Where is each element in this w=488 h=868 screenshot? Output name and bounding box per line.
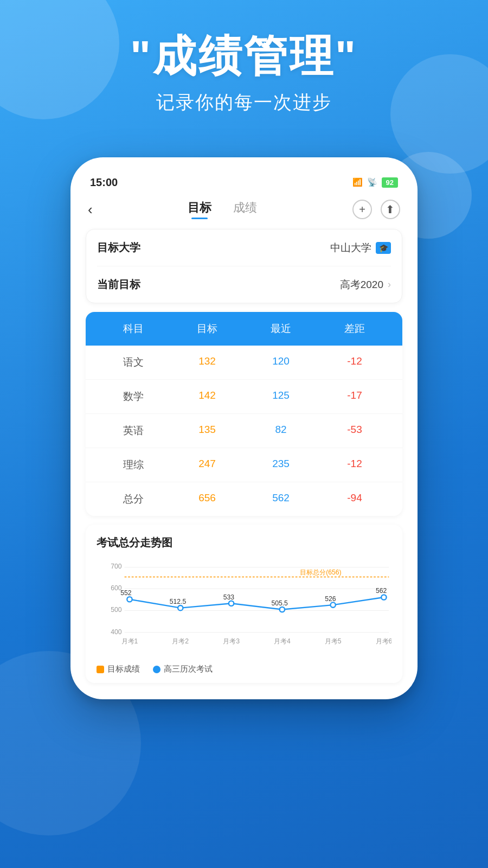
td-diff: -17 <box>318 390 391 404</box>
table-row: 英语 135 82 -53 <box>86 414 402 448</box>
svg-text:月考6: 月考6 <box>376 637 391 645</box>
phone-mockup: 15:00 📶 📡 92 ‹ 目标 成绩 + ⬆ 目标大 <box>70 157 418 699</box>
svg-text:512.5: 512.5 <box>170 598 187 605</box>
university-name: 中山大学 <box>330 241 371 255</box>
td-recent: 82 <box>244 424 318 438</box>
legend-history: 高三历次考试 <box>153 664 213 674</box>
th-diff: 差距 <box>318 322 391 336</box>
td-diff: -12 <box>318 458 391 472</box>
td-target: 247 <box>170 458 244 472</box>
score-table: 科目 目标 最近 差距 语文 132 120 -12 数学 142 125 -1… <box>86 312 402 516</box>
hero-section: "成绩管理" 记录你的每一次进步 <box>0 33 488 115</box>
tab-target[interactable]: 目标 <box>188 200 211 219</box>
svg-point-13 <box>280 607 285 612</box>
td-target: 132 <box>170 355 244 369</box>
td-diff: -94 <box>318 492 391 506</box>
td-subject: 总分 <box>97 492 170 506</box>
td-recent: 562 <box>244 492 318 506</box>
svg-text:552: 552 <box>120 589 132 597</box>
chart-svg: 700 600 500 400 目标总分(656) <box>97 557 391 654</box>
share-button[interactable]: ⬆ <box>381 200 400 219</box>
th-target: 目标 <box>170 322 244 336</box>
svg-text:400: 400 <box>111 628 122 636</box>
th-recent: 最近 <box>244 322 318 336</box>
td-diff: -12 <box>318 355 391 369</box>
chart-card: 考试总分走势图 700 600 500 400 <box>86 525 402 683</box>
table-row: 理综 247 235 -12 <box>86 448 402 482</box>
hero-title: "成绩管理" <box>0 33 488 80</box>
td-subject: 语文 <box>97 355 170 369</box>
hero-subtitle: 记录你的每一次进步 <box>0 90 488 115</box>
td-target: 656 <box>170 492 244 506</box>
svg-text:500: 500 <box>111 606 122 614</box>
td-subject: 英语 <box>97 424 170 438</box>
university-value: 中山大学 🎓 <box>330 241 391 255</box>
nav-bar: ‹ 目标 成绩 + ⬆ <box>70 194 418 225</box>
th-subject: 科目 <box>97 322 170 336</box>
svg-text:月考1: 月考1 <box>121 637 138 645</box>
svg-text:700: 700 <box>111 563 122 570</box>
svg-text:月考3: 月考3 <box>223 637 240 645</box>
phone-frame: 15:00 📶 📡 92 ‹ 目标 成绩 + ⬆ 目标大 <box>70 157 418 699</box>
chevron-right-icon: › <box>388 279 391 290</box>
legend-history-dot <box>153 666 160 673</box>
chart-legend: 目标成绩 高三历次考试 <box>97 660 391 674</box>
td-target: 135 <box>170 424 244 438</box>
info-card: 目标大学 中山大学 🎓 当前目标 高考2020 › <box>86 229 402 303</box>
legend-target-dot <box>97 666 104 673</box>
content-area: 目标大学 中山大学 🎓 当前目标 高考2020 › 科目 <box>70 229 418 683</box>
nav-actions: + ⬆ <box>352 200 400 219</box>
td-recent: 235 <box>244 458 318 472</box>
goal-text: 高考2020 <box>340 278 383 292</box>
chart-title: 考试总分走势图 <box>97 535 391 550</box>
status-icons: 📶 📡 92 <box>352 177 398 188</box>
table-header: 科目 目标 最近 差距 <box>86 312 402 346</box>
signal-icon: 📶 <box>352 177 363 187</box>
svg-point-11 <box>178 605 183 610</box>
wifi-icon: 📡 <box>367 177 377 187</box>
svg-text:562: 562 <box>376 587 387 595</box>
td-diff: -53 <box>318 424 391 438</box>
university-row: 目标大学 中山大学 🎓 <box>97 229 391 266</box>
battery-icon: 92 <box>382 177 398 188</box>
td-subject: 理综 <box>97 458 170 472</box>
svg-text:533: 533 <box>223 593 235 601</box>
svg-point-15 <box>381 595 386 599</box>
svg-point-14 <box>330 602 335 607</box>
chart-area: 700 600 500 400 目标总分(656) <box>97 557 391 654</box>
td-target: 142 <box>170 390 244 404</box>
add-button[interactable]: + <box>352 200 372 219</box>
school-icon: 🎓 <box>376 242 391 254</box>
svg-text:目标总分(656): 目标总分(656) <box>300 569 341 576</box>
table-row: 总分 656 562 -94 <box>86 482 402 516</box>
goal-label: 当前目标 <box>97 277 140 292</box>
table-row: 数学 142 125 -17 <box>86 380 402 414</box>
legend-history-label: 高三历次考试 <box>164 664 213 674</box>
university-label: 目标大学 <box>97 240 140 255</box>
nav-tabs: 目标 成绩 <box>188 200 257 219</box>
svg-text:月考4: 月考4 <box>274 637 291 645</box>
td-recent: 120 <box>244 355 318 369</box>
goal-row[interactable]: 当前目标 高考2020 › <box>97 266 391 303</box>
goal-value: 高考2020 › <box>340 278 391 292</box>
status-bar: 15:00 📶 📡 92 <box>70 170 418 194</box>
back-button[interactable]: ‹ <box>88 201 93 218</box>
svg-text:526: 526 <box>325 595 336 603</box>
td-subject: 数学 <box>97 390 170 404</box>
svg-point-10 <box>127 597 132 602</box>
legend-target: 目标成绩 <box>97 664 140 674</box>
table-rows: 语文 132 120 -12 数学 142 125 -17 英语 135 82 … <box>86 346 402 516</box>
legend-target-label: 目标成绩 <box>107 664 140 674</box>
td-recent: 125 <box>244 390 318 404</box>
status-time: 15:00 <box>90 176 118 189</box>
table-row: 语文 132 120 -12 <box>86 346 402 380</box>
svg-point-12 <box>229 601 234 606</box>
svg-text:月考2: 月考2 <box>172 637 189 645</box>
svg-text:月考5: 月考5 <box>325 637 342 645</box>
tab-score[interactable]: 成绩 <box>233 200 257 219</box>
svg-text:505.5: 505.5 <box>271 599 288 607</box>
